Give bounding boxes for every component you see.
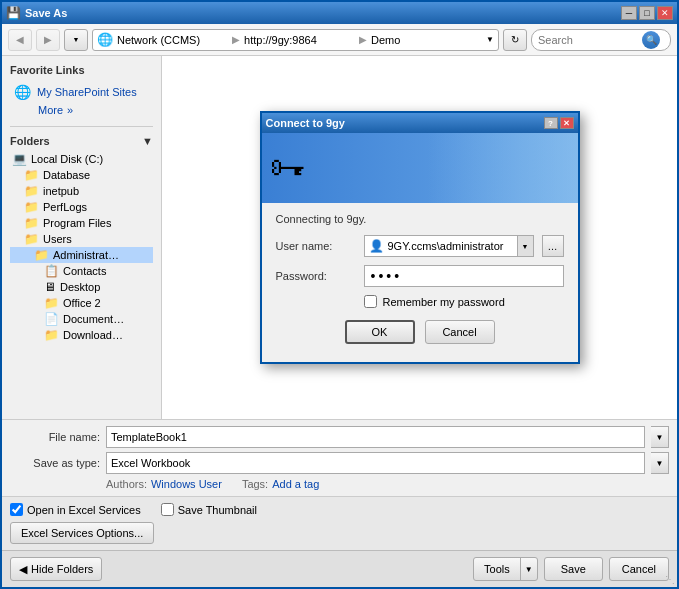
minimize-button[interactable]: ─ [621, 6, 637, 20]
folder-contacts[interactable]: 📋 Contacts [10, 263, 153, 279]
hide-folders-icon: ◀ [19, 563, 27, 576]
forward-button[interactable]: ▶ [36, 29, 60, 51]
hide-folders-label: Hide Folders [31, 563, 93, 575]
folder-database[interactable]: 📁 Database [10, 167, 153, 183]
close-button[interactable]: ✕ [657, 6, 673, 20]
options-row1: Open in Excel Services Save Thumbnail [10, 503, 669, 516]
address-bar[interactable]: 🌐 Network (CCMS) ▶ http://9gy:9864 ▶ Dem… [92, 29, 499, 51]
title-bar: 💾 Save As ─ □ ✕ [2, 2, 677, 24]
action-bar: ◀ Hide Folders Tools ▼ Save Cancel [2, 550, 677, 587]
folders-expand-icon[interactable]: ▼ [142, 135, 153, 147]
file-name-dropdown-button[interactable]: ▼ [651, 426, 669, 448]
tags-item: Tags: Add a tag [242, 478, 319, 490]
username-dropdown-button[interactable]: ▼ [517, 236, 533, 256]
folders-section-title: Folders ▼ [10, 135, 153, 147]
dialog-ok-button[interactable]: OK [345, 320, 415, 344]
address-separator1: ▶ [232, 34, 240, 45]
password-input[interactable] [364, 265, 564, 287]
cancel-button[interactable]: Cancel [609, 557, 669, 581]
save-button[interactable]: Save [544, 557, 603, 581]
program-files-icon: 📁 [24, 216, 39, 230]
options-bar: Open in Excel Services Save Thumbnail Ex… [2, 496, 677, 550]
users-icon: 📁 [24, 232, 39, 246]
remember-label: Remember my password [383, 296, 505, 308]
folder-office2[interactable]: 📁 Office 2 [10, 295, 153, 311]
dialog-close-button[interactable]: ✕ [560, 117, 574, 129]
folder-tree: 💻 Local Disk (C:) 📁 Database 📁 inetpub 📁… [10, 151, 153, 343]
password-row: Password: [276, 265, 564, 287]
username-display: 👤 9GY.ccms\administrator [365, 236, 517, 256]
folder-program-files[interactable]: 📁 Program Files [10, 215, 153, 231]
username-label: User name: [276, 240, 356, 252]
dialog-titlebar: Connect to 9gy ? ✕ [262, 113, 578, 133]
folder-users[interactable]: 📁 Users [10, 231, 153, 247]
open-in-excel-checkbox-label[interactable]: Open in Excel Services [10, 503, 141, 516]
documents-icon: 📄 [44, 312, 59, 326]
folders-title-label: Folders [10, 135, 50, 147]
address-separator2: ▶ [359, 34, 367, 45]
file-area: Connect to 9gy ? ✕ 🗝 Connecting to 9gy. [162, 56, 677, 419]
meta-row: Authors: Windows User Tags: Add a tag [10, 478, 669, 490]
back-button[interactable]: ◀ [8, 29, 32, 51]
keys-icon: 🗝 [270, 147, 306, 189]
sidebar-more[interactable]: More » [30, 102, 153, 118]
username-browse-button[interactable]: … [542, 235, 564, 257]
save-thumbnail-checkbox-label[interactable]: Save Thumbnail [161, 503, 257, 516]
open-in-excel-checkbox[interactable] [10, 503, 23, 516]
file-name-row: File name: ▼ [10, 426, 669, 448]
dialog-title-controls: ? ✕ [544, 117, 574, 129]
refresh-button[interactable]: ↻ [503, 29, 527, 51]
folder-perflogs[interactable]: 📁 PerfLogs [10, 199, 153, 215]
maximize-button[interactable]: □ [639, 6, 655, 20]
username-value: 9GY.ccms\administrator [388, 240, 513, 252]
sidebar-item-sharepoint[interactable]: 🌐 My SharePoint Sites [10, 82, 153, 102]
authors-item: Authors: Windows User [106, 478, 222, 490]
file-name-input[interactable] [106, 426, 645, 448]
folder-administrator[interactable]: 📁 Administrat… [10, 247, 153, 263]
save-as-type-input[interactable] [106, 452, 645, 474]
tools-main-button[interactable]: Tools [474, 558, 521, 580]
folder-office2-label: Office 2 [63, 297, 101, 309]
address-url: http://9gy:9864 [244, 34, 355, 46]
folder-desktop[interactable]: 🖥 Desktop [10, 279, 153, 295]
folder-contacts-label: Contacts [63, 265, 106, 277]
connect-dialog: Connect to 9gy ? ✕ 🗝 Connecting to 9gy. [260, 111, 580, 364]
recent-locations-button[interactable]: ▼ [64, 29, 88, 51]
folder-documents[interactable]: 📄 Document… [10, 311, 153, 327]
more-icon: » [67, 104, 73, 116]
authors-label: Authors: [106, 478, 147, 490]
local-disk-icon: 💻 [12, 152, 27, 166]
contacts-icon: 📋 [44, 264, 59, 278]
folder-local-disk[interactable]: 💻 Local Disk (C:) [10, 151, 153, 167]
save-icon: 💾 [6, 6, 21, 20]
save-as-type-dropdown-button[interactable]: ▼ [651, 452, 669, 474]
tags-label: Tags: [242, 478, 268, 490]
dialog-overlay: Connect to 9gy ? ✕ 🗝 Connecting to 9gy. [162, 56, 677, 419]
save-as-type-row: Save as type: ▼ [10, 452, 669, 474]
folder-inetpub-label: inetpub [43, 185, 79, 197]
folder-local-disk-label: Local Disk (C:) [31, 153, 103, 165]
search-input[interactable] [538, 34, 638, 46]
address-dropdown-icon[interactable]: ▼ [486, 35, 494, 44]
excel-services-options-button[interactable]: Excel Services Options... [10, 522, 154, 544]
dialog-cancel-button[interactable]: Cancel [425, 320, 495, 344]
tools-dropdown-button[interactable]: ▼ [521, 558, 537, 580]
sharepoint-icon: 🌐 [14, 84, 31, 100]
authors-value[interactable]: Windows User [151, 478, 222, 490]
save-thumbnail-checkbox[interactable] [161, 503, 174, 516]
network-icon: 🌐 [97, 32, 113, 47]
folder-inetpub[interactable]: 📁 inetpub [10, 183, 153, 199]
dialog-help-button[interactable]: ? [544, 117, 558, 129]
search-button[interactable]: 🔍 [642, 31, 660, 49]
username-row: User name: 👤 9GY.ccms\administrator ▼ … [276, 235, 564, 257]
resize-handle[interactable]: ⋱ [665, 574, 675, 585]
hide-folders-button[interactable]: ◀ Hide Folders [10, 557, 102, 581]
address-folder: Demo [371, 34, 482, 46]
tools-button: Tools ▼ [473, 557, 538, 581]
folder-downloads[interactable]: 📁 Download… [10, 327, 153, 343]
file-name-label: File name: [10, 431, 100, 443]
favorite-links-title: Favorite Links [10, 64, 153, 76]
action-right: Tools ▼ Save Cancel [473, 557, 669, 581]
remember-checkbox[interactable] [364, 295, 377, 308]
tags-value[interactable]: Add a tag [272, 478, 319, 490]
